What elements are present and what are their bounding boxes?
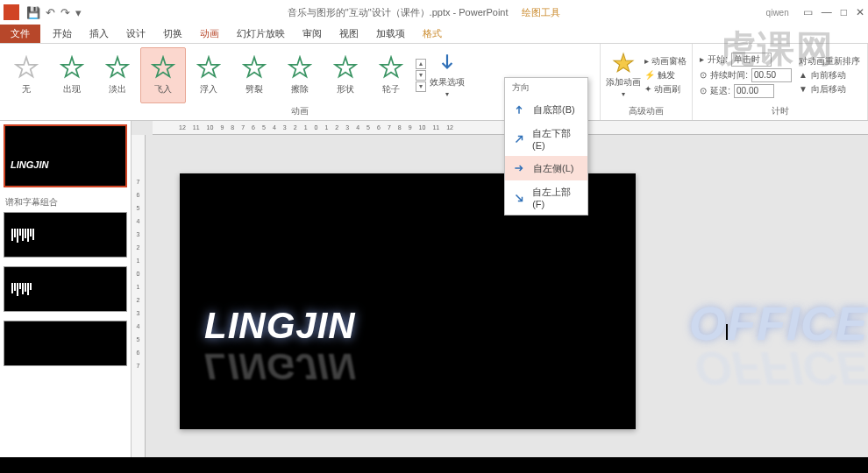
window-title: 音乐与图形的"互动"设计（课件）.pptx - PowerPoint 绘图工具 <box>82 6 766 19</box>
anim-flyin[interactable]: 飞入 <box>140 47 186 103</box>
close-icon[interactable]: ✕ <box>856 6 864 18</box>
text-cursor <box>726 324 728 340</box>
tab-format[interactable]: 格式 <box>414 25 451 43</box>
arrow-upright-icon <box>512 132 525 146</box>
anim-split[interactable]: 劈裂 <box>231 47 277 103</box>
add-animation-button[interactable]: 添加动画▾ <box>604 47 643 103</box>
qat-more-icon[interactable]: ▾ <box>75 6 82 19</box>
slide-text-lingjin[interactable]: LINGJIN <box>204 305 356 347</box>
anim-shape[interactable]: 形状 <box>323 47 368 103</box>
timing-start[interactable]: ▸ 开始: 单击时 <box>700 53 792 67</box>
group-label-advanced: 高级动画 <box>604 104 688 118</box>
dropdown-header: 方向 <box>505 78 587 97</box>
tab-home[interactable]: 开始 <box>44 25 81 43</box>
tab-insert[interactable]: 插入 <box>81 25 117 43</box>
thumb-2[interactable] <box>4 212 127 258</box>
group-label-timing: 计时 <box>696 104 864 118</box>
animation-painter-button[interactable]: ✦ 动画刷 <box>644 83 687 95</box>
title-bar: 💾 ↶ ↷ ▾ 音乐与图形的"互动"设计（课件）.pptx - PowerPoi… <box>0 0 868 25</box>
slide-thumbnails[interactable]: LINGJIN 谱和字幕组合 <box>0 121 132 473</box>
user-label[interactable]: qiwen <box>766 8 789 18</box>
effect-options-button[interactable]: 效果选项▾ <box>428 47 466 103</box>
anim-none[interactable]: 无 <box>4 47 49 103</box>
tab-file[interactable]: 文件 <box>0 25 40 43</box>
timing-duration[interactable]: ⊙ 持续时间: 00.50 <box>700 68 792 82</box>
arrow-right-icon <box>512 161 526 175</box>
app-icon <box>4 4 19 20</box>
effect-options-dropdown[interactable]: 方向 自底部(B) 自左下部(E) 自左侧(L) 自左上部(F) <box>504 77 588 215</box>
tab-view[interactable]: 视图 <box>331 25 367 43</box>
anim-appear[interactable]: 出现 <box>49 47 95 103</box>
direction-from-left[interactable]: 自左侧(L) <box>505 156 587 180</box>
timing-delay[interactable]: ⊙ 延迟: 00.00 <box>700 84 792 98</box>
tab-addins[interactable]: 加载项 <box>367 25 414 43</box>
tab-animations[interactable]: 动画 <box>191 25 228 43</box>
tab-slideshow[interactable]: 幻灯片放映 <box>228 25 294 43</box>
move-later-button[interactable]: ▼ 向后移动 <box>799 83 860 95</box>
animation-pane-button[interactable]: ▸ 动画窗格 <box>644 55 687 67</box>
ribbon-options-icon[interactable]: ▭ <box>803 6 813 18</box>
reorder-label: 对动画重新排序 <box>799 55 860 67</box>
direction-from-bottom[interactable]: 自底部(B) <box>505 97 587 122</box>
tab-transitions[interactable]: 切换 <box>154 25 191 43</box>
ribbon: 无 出现 淡出 飞入 浮入 <box>0 44 868 121</box>
maximize-icon[interactable]: □ <box>841 6 847 18</box>
arrow-downright-icon <box>512 191 525 205</box>
section-label: 谱和字幕组合 <box>5 196 127 208</box>
animation-gallery[interactable]: 无 出现 淡出 飞入 浮入 <box>4 47 428 103</box>
redo-icon[interactable]: ↷ <box>60 6 70 19</box>
ribbon-tabs: 文件 开始 插入 设计 切换 动画 幻灯片放映 审阅 视图 加载项 格式 <box>0 25 868 44</box>
move-earlier-button[interactable]: ▲ 向前移动 <box>799 69 860 81</box>
direction-from-topleft[interactable]: 自左上部(F) <box>505 180 587 215</box>
watermark-office-reflection: OFFICE <box>694 342 868 396</box>
trigger-button[interactable]: ⚡ 触发 <box>644 69 687 81</box>
anim-wheel[interactable]: 轮子 <box>368 47 414 103</box>
workspace: LINGJIN 谱和字幕组合 1211109876543210123456789… <box>0 121 868 473</box>
anim-floatin[interactable]: 浮入 <box>186 47 231 103</box>
anim-wipe[interactable]: 擦除 <box>277 47 323 103</box>
thumb-1[interactable]: LINGJIN <box>4 124 127 187</box>
minimize-icon[interactable]: — <box>822 6 832 18</box>
slide-text-reflection: LINGJIN <box>204 345 356 387</box>
arrow-up-icon <box>512 102 526 116</box>
thumb-3[interactable] <box>4 266 127 312</box>
bottom-border <box>0 457 868 473</box>
slide-editor[interactable]: 1211109876543210123456789101112 76543210… <box>132 121 868 473</box>
anim-fade[interactable]: 淡出 <box>95 47 140 103</box>
save-icon[interactable]: 💾 <box>26 6 40 19</box>
tab-review[interactable]: 审阅 <box>294 25 331 43</box>
quick-access-toolbar[interactable]: 💾 ↶ ↷ ▾ <box>26 6 82 19</box>
gallery-more[interactable]: ▴▾▾ <box>414 57 428 94</box>
thumb-4[interactable] <box>4 321 127 366</box>
direction-from-bottomleft[interactable]: 自左下部(E) <box>505 122 587 156</box>
ruler-vertical: 765432101234567 <box>132 135 146 473</box>
undo-icon[interactable]: ↶ <box>46 6 55 19</box>
tab-design[interactable]: 设计 <box>117 25 154 43</box>
